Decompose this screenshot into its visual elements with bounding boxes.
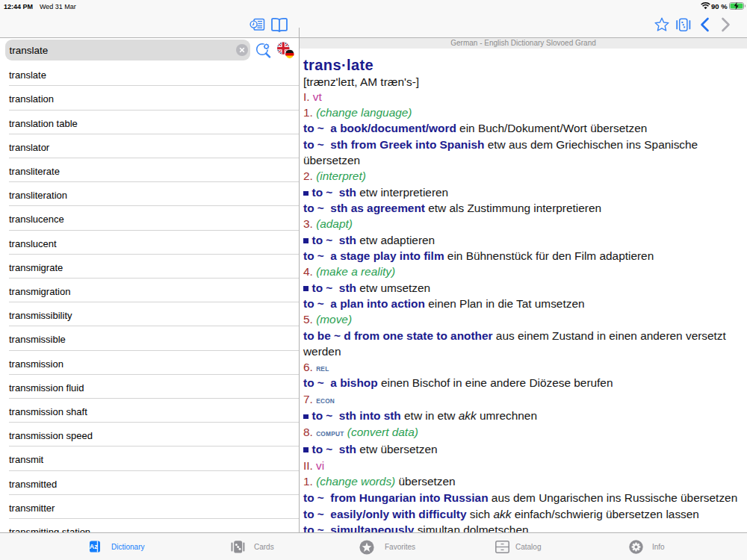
svg-text:Az: Az [90,543,98,550]
